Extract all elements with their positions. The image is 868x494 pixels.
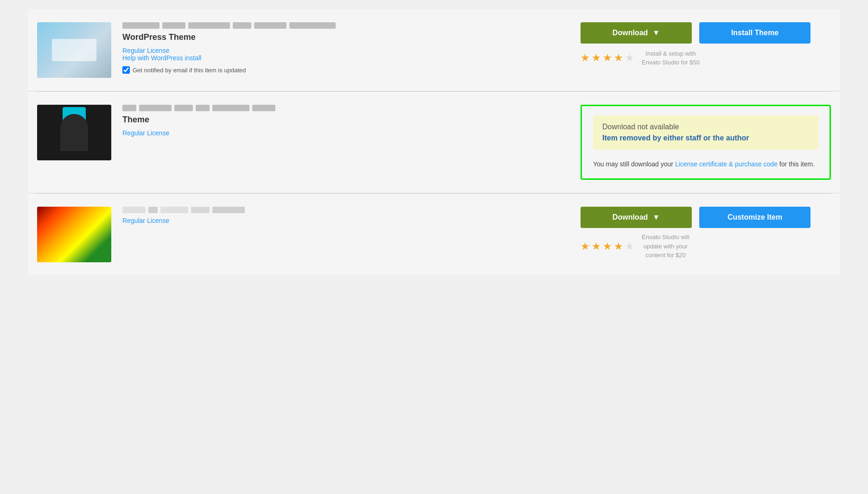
star-1: ★ <box>581 241 590 253</box>
removed-body-before: You may still download your <box>593 160 675 168</box>
item-license-3[interactable]: Regular License <box>122 217 169 224</box>
star-1: ★ <box>581 52 590 64</box>
stars-1: ★ ★ ★ ★ ★ <box>581 48 634 68</box>
blur-bar <box>139 105 172 111</box>
star-2: ★ <box>592 52 601 64</box>
star-5-empty: ★ <box>625 241 634 253</box>
blur-bar <box>174 105 193 111</box>
item-row-2: Theme Regular License Download not avail… <box>28 92 840 193</box>
item-type-1: WordPress Theme <box>122 32 569 42</box>
item-notify-1: Get notified by email if this item is up… <box>122 66 569 74</box>
item-info-2: Theme Regular License <box>122 105 569 137</box>
removed-notice-title: Download not available <box>602 123 809 131</box>
stars-info-row-3: ★ ★ ★ ★ ★ Envato Studio willupdate with … <box>581 233 689 260</box>
customize-item-button-3[interactable]: Customize Item <box>699 207 811 228</box>
download-label-3: Download <box>613 213 648 222</box>
blur-bar <box>252 105 275 111</box>
item-license-1[interactable]: Regular License <box>122 47 169 54</box>
item-actions-3: Download ▼ Customize Item ★ ★ ★ ★ ★ Enva… <box>581 207 831 260</box>
item-row-3: Regular License Download ▼ Customize Ite… <box>28 194 840 275</box>
star-2: ★ <box>592 241 601 253</box>
notify-checkbox-1[interactable] <box>122 66 130 74</box>
page-wrapper: WordPress Theme Regular License Help wit… <box>0 0 868 494</box>
notify-label-1: Get notified by email if this item is up… <box>133 67 246 74</box>
blur-bar <box>191 207 210 213</box>
blur-bar <box>122 207 146 213</box>
action-row-1: Download ▼ Install Theme <box>581 22 811 44</box>
blur-bar <box>289 22 336 29</box>
item-row-1: WordPress Theme Regular License Help wit… <box>28 9 840 91</box>
blur-bar <box>212 207 245 213</box>
blur-bar <box>212 105 249 111</box>
blur-bar <box>233 22 251 29</box>
star-4: ★ <box>614 52 623 64</box>
install-info-3: Envato Studio willupdate with yourconten… <box>642 233 689 260</box>
blur-bar <box>162 22 185 29</box>
license-certificate-link[interactable]: License certificate & purchase code <box>675 160 778 168</box>
blur-bar <box>148 207 158 213</box>
blur-bar <box>188 22 230 29</box>
item-help-link[interactable]: Help with WordPress install <box>122 54 569 62</box>
item-info-3: Regular License <box>122 207 569 224</box>
item-thumbnail-2 <box>37 105 111 160</box>
title-blur-row-2 <box>122 105 569 111</box>
blur-bar <box>122 105 136 111</box>
download-label-1: Download <box>613 29 648 37</box>
stars-3: ★ ★ ★ ★ ★ <box>581 237 634 256</box>
install-info-1: Install & setup withEnvato Studio for $5… <box>642 49 700 67</box>
removed-license-text: You may still download your License cert… <box>593 159 818 169</box>
removed-box: Download not available Item removed by e… <box>581 105 831 180</box>
item-thumbnail-3 <box>37 207 111 262</box>
star-5-empty: ★ <box>625 52 634 64</box>
download-button-1[interactable]: Download ▼ <box>581 22 692 44</box>
item-info-1: WordPress Theme Regular License Help wit… <box>122 22 569 74</box>
removed-notice-subtitle: Item removed by either staff or the auth… <box>602 134 809 142</box>
item-actions-1: Download ▼ Install Theme ★ ★ ★ ★ ★ Insta… <box>581 22 831 68</box>
item-license-2[interactable]: Regular License <box>122 129 169 137</box>
blur-bar <box>254 22 287 29</box>
blur-bar <box>196 105 210 111</box>
install-theme-button-1[interactable]: Install Theme <box>699 22 811 44</box>
star-3: ★ <box>603 241 612 253</box>
download-arrow-icon-3: ▼ <box>652 213 660 222</box>
blur-bar <box>160 207 188 213</box>
title-blur-row-1 <box>122 22 569 29</box>
item-list: WordPress Theme Regular License Help wit… <box>0 0 868 285</box>
star-3: ★ <box>603 52 612 64</box>
download-button-3[interactable]: Download ▼ <box>581 207 692 228</box>
blur-bar <box>122 22 160 29</box>
action-row-3: Download ▼ Customize Item <box>581 207 811 228</box>
removed-notice: Download not available Item removed by e… <box>593 115 818 150</box>
stars-info-row-1: ★ ★ ★ ★ ★ Install & setup withEnvato Stu… <box>581 48 700 68</box>
removed-body-after: for this item. <box>778 160 815 168</box>
item-type-2: Theme <box>122 115 569 125</box>
title-blur-row-3 <box>122 207 569 213</box>
download-arrow-icon-1: ▼ <box>652 29 660 37</box>
item-thumbnail-1 <box>37 22 111 78</box>
star-4: ★ <box>614 241 623 253</box>
